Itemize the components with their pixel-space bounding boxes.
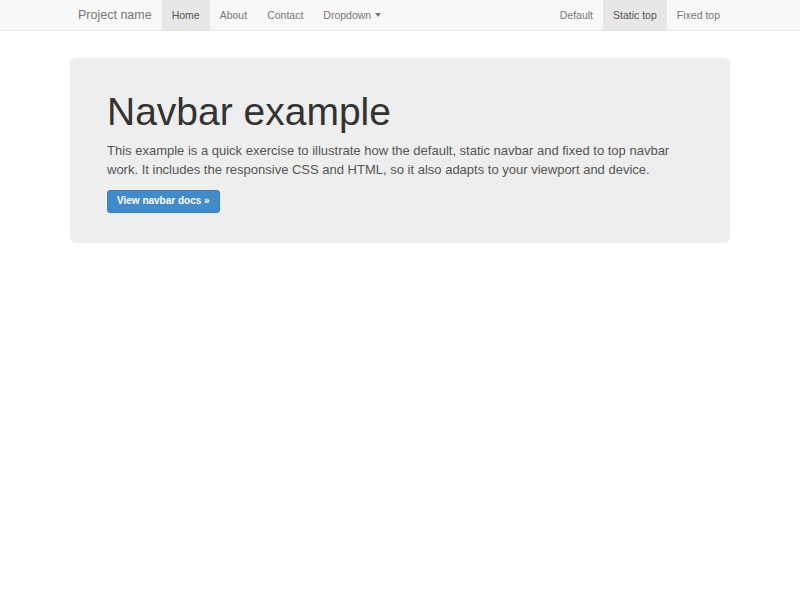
nav-item-label: Home <box>172 9 200 21</box>
navbar-left-nav: Home About Contact Dropdown <box>162 0 392 30</box>
nav-item-label: Contact <box>267 9 303 21</box>
nav-item-label: About <box>220 9 247 21</box>
nav-item-default[interactable]: Default <box>550 0 603 30</box>
nav-item-contact[interactable]: Contact <box>257 0 313 30</box>
nav-item-about[interactable]: About <box>210 0 257 30</box>
jumbotron: Navbar example This example is a quick e… <box>70 58 730 243</box>
main-content: Navbar example This example is a quick e… <box>70 58 730 243</box>
nav-item-label: Dropdown <box>323 9 371 21</box>
jumbotron-description: This example is a quick exercise to illu… <box>107 142 682 180</box>
navbar-right-nav: Default Static top Fixed top <box>550 0 730 30</box>
caret-down-icon <box>375 13 381 17</box>
navbar-brand[interactable]: Project name <box>70 0 162 30</box>
nav-item-label: Default <box>560 9 593 21</box>
nav-item-home[interactable]: Home <box>162 0 210 30</box>
navbar: Project name Home About Contact Dropdown… <box>0 0 800 31</box>
nav-item-dropdown[interactable]: Dropdown <box>313 0 391 30</box>
nav-item-fixed-top[interactable]: Fixed top <box>667 0 730 30</box>
view-navbar-docs-button[interactable]: View navbar docs » <box>107 190 220 213</box>
nav-item-label: Fixed top <box>677 9 720 21</box>
page-title: Navbar example <box>107 91 693 133</box>
nav-item-label: Static top <box>613 9 657 21</box>
navbar-container: Project name Home About Contact Dropdown… <box>70 0 730 30</box>
nav-item-static-top[interactable]: Static top <box>603 0 667 30</box>
